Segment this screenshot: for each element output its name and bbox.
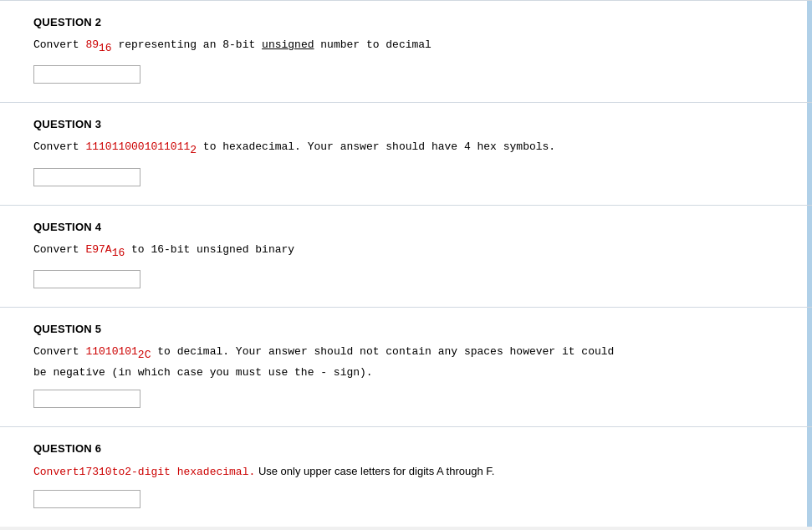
q6-base: 10: [99, 464, 112, 482]
q2-text-representing: representing an 8-bit: [112, 38, 262, 51]
q5-text-part1: to decimal. Your answer should not conta…: [151, 345, 614, 358]
q3-value: 1110110001011011: [85, 140, 190, 153]
question-4-input[interactable]: [33, 270, 140, 288]
q6-text-to: to: [112, 464, 125, 482]
q3-base: 2: [190, 144, 197, 156]
question-5-block: QUESTION 5 Convert 110101012C to decimal…: [0, 307, 812, 426]
question-4-block: QUESTION 4 Convert E97A16 to 16-bit unsi…: [0, 205, 812, 307]
question-3-input[interactable]: [33, 168, 140, 186]
q2-value: 89: [85, 38, 99, 51]
q6-digit: 2-digit: [125, 464, 171, 482]
q5-text-part2: be negative (in which case you must use …: [33, 366, 373, 379]
q6-text-note: Use only upper case letters for digits A…: [255, 463, 494, 481]
q4-text-convert: Convert: [33, 243, 85, 256]
q4-base: 16: [112, 246, 125, 258]
question-5-label: QUESTION 5: [33, 323, 779, 335]
q3-text-end: to hexadecimal. Your answer should have …: [197, 140, 555, 153]
question-5-input[interactable]: [33, 390, 140, 408]
q3-text-convert: Convert: [33, 140, 85, 153]
question-2-label: QUESTION 2: [33, 16, 779, 28]
q4-bitsize: 16-bit: [151, 243, 190, 256]
question-6-label: QUESTION 6: [33, 442, 779, 455]
q5-base: 2C: [138, 349, 151, 361]
q4-text-to: to: [125, 243, 151, 256]
q6-value: 173: [79, 464, 99, 482]
question-2-input[interactable]: [33, 65, 140, 84]
question-6-block: QUESTION 6 Convert 17310 to 2-digit hexa…: [0, 426, 812, 527]
question-2-text: Convert 8916 representing an 8-bit unsig…: [33, 37, 779, 57]
q6-text-hex: hexadecimal.: [171, 464, 255, 482]
q5-text-convert: Convert: [33, 345, 85, 358]
q4-text-end: unsigned binary: [190, 243, 294, 256]
question-3-label: QUESTION 3: [33, 118, 779, 130]
q2-text-convert: Convert: [33, 38, 85, 51]
q5-value: 11010101: [85, 345, 137, 358]
q2-unsigned: unsigned: [262, 38, 314, 51]
q4-value: E97A: [85, 243, 111, 256]
q2-base: 16: [99, 42, 112, 54]
question-6-input[interactable]: [33, 490, 140, 508]
question-6-text: Convert 17310 to 2-digit hexadecimal. Us…: [33, 463, 779, 482]
question-4-text: Convert E97A16 to 16-bit unsigned binary: [33, 242, 779, 262]
q6-text-convert: Convert: [33, 464, 79, 482]
page-container: QUESTION 2 Convert 8916 representing an …: [0, 0, 812, 527]
question-2-block: QUESTION 2 Convert 8916 representing an …: [0, 0, 812, 102]
question-3-block: QUESTION 3 Convert 11101100010110112 to …: [0, 102, 812, 204]
question-4-label: QUESTION 4: [33, 221, 779, 233]
q2-text-end: number to decimal: [314, 38, 432, 51]
question-3-text: Convert 11101100010110112 to hexadecimal…: [33, 139, 779, 159]
question-5-text: Convert 110101012C to decimal. Your answ…: [33, 344, 779, 381]
